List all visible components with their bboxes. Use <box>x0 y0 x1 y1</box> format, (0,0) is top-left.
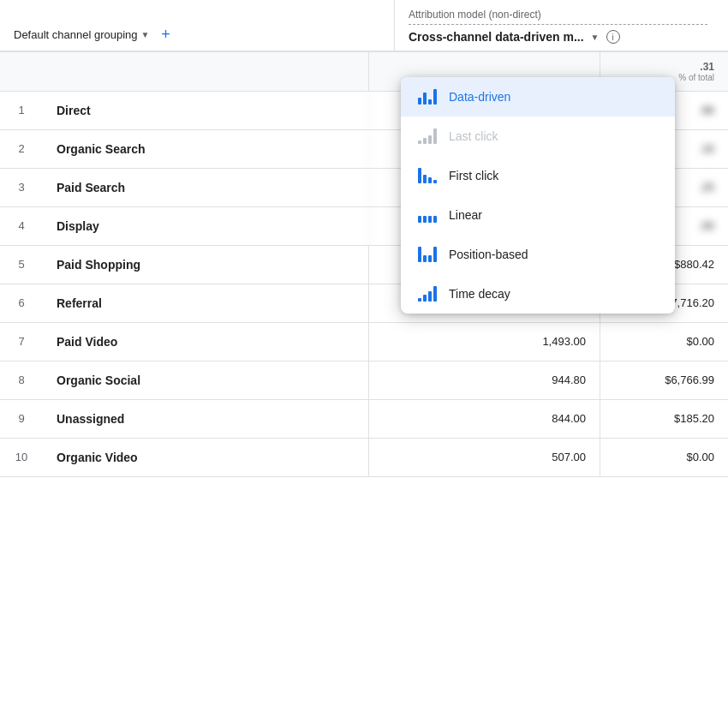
last-click-icon <box>418 128 437 144</box>
row-rank: 1 <box>0 92 43 129</box>
first-click-icon <box>418 168 437 183</box>
row-rank: 6 <box>0 284 43 322</box>
row-rank: 9 <box>0 400 43 438</box>
data-driven-icon <box>418 89 437 105</box>
row-revenue: $6,766.99 <box>600 361 728 399</box>
dropdown-item-linear[interactable]: Linear <box>401 195 675 235</box>
page-wrapper: Default channel grouping ▼ + Attribution… <box>0 0 728 717</box>
dropdown-item-position-based[interactable]: Position-based <box>401 235 675 274</box>
attribution-dropdown-arrow[interactable]: ▼ <box>591 33 600 42</box>
dropdown-item-label-last-click: Last click <box>449 129 498 143</box>
row-channel-name: Unassigned <box>43 400 368 438</box>
channel-grouping-arrow: ▼ <box>141 30 150 39</box>
row-rank: 3 <box>0 169 43 206</box>
time-decay-icon <box>418 286 437 302</box>
dropdown-item-label-data-driven: Data-driven <box>449 90 510 104</box>
column-group-header: Default channel grouping ▼ + <box>14 25 175 44</box>
position-based-icon <box>418 247 437 262</box>
dropdown-item-label-time-decay: Time decay <box>449 287 510 301</box>
table-row[interactable]: 10 Organic Video 507.00 $0.00 <box>0 439 728 477</box>
dropdown-item-data-driven[interactable]: Data-driven <box>401 77 675 117</box>
linear-icon <box>418 207 437 223</box>
channel-grouping-label: Default channel grouping <box>14 28 138 41</box>
attribution-selected-label[interactable]: Cross-channel data-driven m... <box>409 30 584 44</box>
row-channel-name: Organic Social <box>43 361 368 399</box>
row-conversions: 944.80 <box>368 361 600 399</box>
table-row[interactable]: 7 Paid Video 1,493.00 $0.00 <box>0 323 728 361</box>
row-channel-name: Referral <box>43 284 368 322</box>
row-channel-name: Display <box>43 207 368 245</box>
row-revenue: $0.00 <box>600 439 728 476</box>
row-channel-name: Paid Shopping <box>43 246 368 284</box>
row-channel-name: Paid Search <box>43 169 368 206</box>
dropdown-item-last-click: Last click <box>401 117 675 156</box>
row-rank: 10 <box>0 439 43 476</box>
add-column-button[interactable]: + <box>156 25 175 44</box>
row-conversions: 507.00 <box>368 439 600 476</box>
row-rank: 7 <box>0 323 43 361</box>
row-revenue: $185.20 <box>600 400 728 438</box>
row-rank: 4 <box>0 207 43 245</box>
dropdown-item-label-linear: Linear <box>449 208 482 222</box>
table-row[interactable]: 9 Unassigned 844.00 $185.20 <box>0 400 728 439</box>
row-rank: 8 <box>0 361 43 399</box>
row-channel-name: Organic Video <box>43 439 368 476</box>
channel-grouping-dropdown[interactable]: Default channel grouping ▼ <box>14 28 149 41</box>
attribution-label: Attribution model (non-direct) <box>409 9 707 25</box>
attribution-dropdown-menu[interactable]: Data-driven Last click First click <box>401 77 675 314</box>
dropdown-item-time-decay[interactable]: Time decay <box>401 274 675 314</box>
dropdown-item-label-position-based: Position-based <box>449 248 528 261</box>
col-header-channel <box>43 52 368 91</box>
info-icon[interactable]: i <box>606 30 620 44</box>
row-conversions: 1,493.00 <box>368 323 600 361</box>
row-conversions: 844.00 <box>368 400 600 438</box>
dropdown-item-first-click[interactable]: First click <box>401 156 675 195</box>
row-rank: 5 <box>0 246 43 284</box>
row-channel-name: Direct <box>43 92 368 129</box>
row-revenue: $0.00 <box>600 323 728 361</box>
table-row[interactable]: 8 Organic Social 944.80 $6,766.99 <box>0 361 728 400</box>
row-channel-name: Organic Search <box>43 130 368 168</box>
dropdown-item-label-first-click: First click <box>449 169 498 182</box>
row-channel-name: Paid Video <box>43 323 368 361</box>
row-rank: 2 <box>0 130 43 168</box>
